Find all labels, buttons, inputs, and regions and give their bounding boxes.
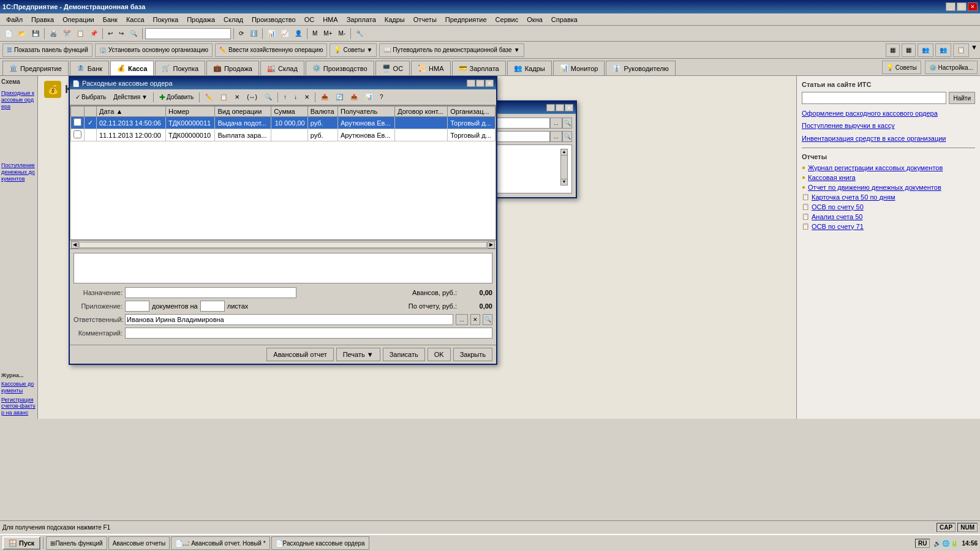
swap-icon-btn[interactable]: (↔) (244, 91, 260, 103)
otvetstvenny-clear-btn[interactable]: ✕ (470, 314, 480, 325)
rko-hscroll[interactable]: ◀ ▶ (70, 240, 496, 249)
paste-btn[interactable]: 📌 (88, 27, 100, 40)
tab-enterprise[interactable]: 🏛️ Предприятие (2, 61, 69, 75)
tab-staff[interactable]: 👥 Кадры (507, 61, 552, 75)
its-link-2[interactable]: Поступление выручки в кассу (802, 121, 975, 130)
prilozhenie-doc-input[interactable] (125, 301, 149, 312)
row1-checkbox[interactable] (71, 117, 85, 129)
copy-btn[interactable]: 📋 (74, 27, 86, 40)
its-link-3[interactable]: Инвентаризация средств в кассе организац… (802, 134, 975, 143)
scroll-track[interactable] (79, 242, 487, 248)
tab-salary[interactable]: 💳 Зарплата (452, 61, 506, 75)
row1-check-input[interactable] (74, 118, 81, 126)
open-btn[interactable]: 📂 (16, 27, 28, 40)
pechat-btn[interactable]: Печать ▼ (336, 348, 380, 361)
enter-op-btn[interactable]: ✏️ Ввести хозяйственную операцию (215, 43, 327, 57)
zapisat-btn[interactable]: Записать (383, 348, 425, 361)
tb-icon2[interactable]: ℹ️ (247, 27, 260, 40)
tab-monitor[interactable]: 📊 Монитор (553, 61, 605, 75)
menu-os[interactable]: ОС (301, 15, 318, 24)
link-postuplenie[interactable]: Поступление денежных документов (1, 162, 36, 182)
tab-nma[interactable]: 📜 НМА (411, 61, 450, 75)
otvetstvenny-select-btn[interactable]: ... (456, 314, 468, 325)
table-row[interactable]: 11.11.2013 12:00:00 ТДК00000010 Выплата … (71, 129, 496, 141)
redo-btn[interactable]: ↪ (116, 27, 126, 40)
form-text-area[interactable] (74, 253, 492, 283)
menu-staff[interactable]: Кадры (381, 15, 409, 24)
tb-icon5[interactable]: 👤 (292, 27, 304, 40)
link-kassovye-doc[interactable]: Кассовые документы (1, 381, 36, 394)
col-operation[interactable]: Вид операции (215, 107, 271, 117)
tab-purchase[interactable]: 🛒 Покупка (155, 61, 205, 75)
set-org-btn[interactable]: 🏢 Установить основную организацию (95, 43, 213, 57)
menu-production[interactable]: Производство (248, 15, 300, 24)
x-icon-btn[interactable]: ✕ (301, 91, 312, 103)
menu-warehouse[interactable]: Склад (220, 15, 247, 24)
menu-file[interactable]: Файл (2, 15, 26, 24)
new-btn[interactable]: 📄 (2, 27, 15, 40)
taskbar-avans-new-btn[interactable]: 📄 ...: Авансовый отчет. Новый * (171, 536, 270, 550)
menu-operations[interactable]: Операции (59, 15, 97, 24)
rtb-4[interactable]: 👥 (935, 43, 951, 57)
down-icon-btn[interactable]: ↓ (291, 91, 300, 103)
small-scroll-down-btn[interactable]: ▼ (561, 179, 567, 185)
show-panel-btn[interactable]: ☰ Показать панель функций (2, 43, 92, 57)
report-link-4[interactable]: Карточка счета 50 по дням (812, 193, 895, 201)
rtb-5[interactable]: 📋 (953, 43, 969, 57)
add-btn[interactable]: ✚ Добавить (156, 91, 197, 103)
col-amount[interactable]: Сумма (271, 107, 308, 117)
up-icon-btn[interactable]: ↑ (281, 91, 290, 103)
tab-production[interactable]: ⚙️ Производство (306, 61, 374, 75)
tb-icon3[interactable]: 📊 (265, 27, 277, 40)
copy-icon-btn[interactable]: 📋 (217, 91, 230, 103)
zakryt-btn[interactable]: Закрыть (453, 348, 492, 361)
menu-service[interactable]: Сервис (492, 15, 522, 24)
chart-icon-btn[interactable]: 📊 (362, 91, 375, 103)
rko-table-container[interactable]: Дата ▲ Номер Вид операции Сумма Валюта П… (70, 105, 496, 240)
search-btn[interactable]: 🔍 (127, 27, 140, 40)
kommentary-input[interactable] (125, 328, 492, 339)
report-link-1[interactable]: Журнал регистрации кассовых документов (808, 164, 943, 171)
select-btn[interactable]: ✓ Выбрать (72, 91, 109, 103)
close-button[interactable]: ✕ (968, 2, 978, 11)
its-link-1[interactable]: Оформление расходного кассового ордера (802, 109, 975, 118)
small-find2-btn[interactable]: 🔍 (562, 131, 572, 142)
report-link-5[interactable]: ОСВ по счету 50 (812, 203, 864, 211)
small-close-btn[interactable]: ✕ (565, 104, 573, 111)
taskbar-rko-btn[interactable]: 📄 Расходные кассовые ордера (271, 536, 369, 550)
rtb-2[interactable]: ▦ (902, 43, 916, 57)
small-scroll-up-btn[interactable]: ▲ (561, 149, 567, 156)
tb-m[interactable]: M (310, 27, 320, 40)
tab-os[interactable]: 🖥️ ОС (375, 61, 410, 75)
col-date[interactable]: Дата ▲ (97, 107, 166, 117)
rko-close-btn[interactable]: ✕ (485, 80, 494, 87)
menu-reports[interactable]: Отчеты (410, 15, 440, 24)
tips-tab-btn[interactable]: 💡 Советы (882, 61, 921, 74)
rtb-1[interactable]: ▦ (886, 43, 900, 57)
ok-btn[interactable]: OK (428, 348, 451, 361)
tips-btn[interactable]: 💡 Советы ▼ (330, 43, 377, 57)
tb-mplus[interactable]: M+ (321, 27, 334, 40)
small-max-btn[interactable]: □ (556, 104, 564, 111)
minimize-button[interactable]: _ (946, 2, 956, 11)
refresh-icon-btn[interactable]: 🔄 (333, 91, 346, 103)
table-row[interactable]: ✓ 02.11.2013 14:50:06 ТДК00000011 Выдача… (71, 117, 496, 129)
col-contract[interactable]: Договор конт... (395, 107, 448, 117)
menu-edit[interactable]: Правка (28, 15, 58, 24)
guide-btn[interactable]: 📖 Путеводитель по демонстрационной базе … (379, 43, 524, 57)
otvetstvenny-find-btn[interactable]: 🔍 (483, 314, 492, 325)
row2-checkbox[interactable] (71, 129, 85, 141)
small-select2-btn[interactable]: ... (550, 131, 562, 142)
taskbar-panel-btn[interactable]: ⊞ Панель функций (46, 536, 107, 550)
report-link-7[interactable]: ОСВ по счету 71 (812, 223, 864, 230)
rko-maximize-btn[interactable]: □ (476, 80, 484, 87)
menu-sale[interactable]: Продажа (183, 15, 219, 24)
tb-icon1[interactable]: ⟳ (236, 27, 246, 40)
col-org[interactable]: Организац... (448, 107, 496, 117)
col-number[interactable]: Номер (166, 107, 215, 117)
settings-tab-btn[interactable]: ⚙️ Настройка... (925, 61, 978, 74)
print-btn[interactable]: 🖨️ (47, 27, 59, 40)
cut-btn[interactable]: ✂️ (61, 27, 73, 40)
edit-icon-btn[interactable]: ✏️ (202, 91, 216, 103)
tab-director[interactable]: 👔 Руководителю (606, 61, 675, 75)
